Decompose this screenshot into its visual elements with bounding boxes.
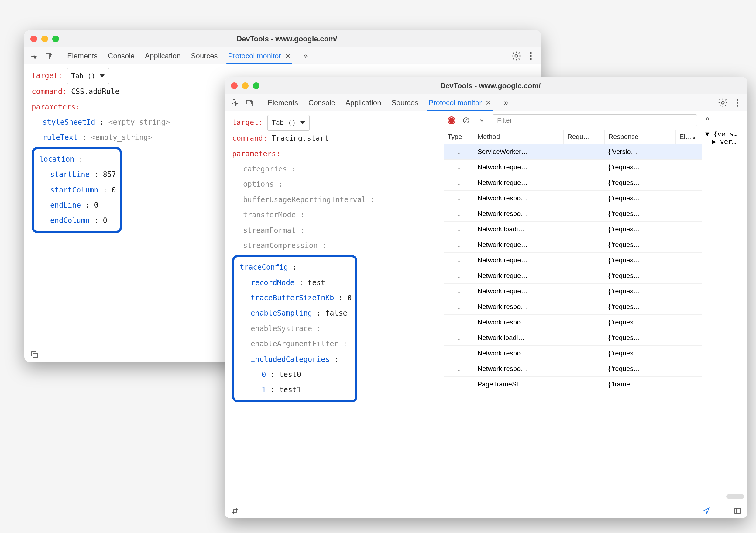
param-name[interactable]: recordMode	[251, 278, 295, 287]
param-value[interactable]: <empty_string>	[91, 133, 152, 142]
clear-icon[interactable]	[461, 115, 471, 126]
tab-console[interactable]: Console	[308, 95, 336, 111]
download-icon[interactable]	[477, 115, 487, 126]
highlight-header[interactable]: location	[39, 155, 74, 164]
table-row[interactable]: ↓Network.respo…{"reques…	[444, 315, 702, 330]
param-name[interactable]: endLine	[50, 201, 81, 210]
table-row[interactable]: ↓Network.reque…{"reques…	[444, 175, 702, 191]
param-value[interactable]: 0	[94, 201, 98, 210]
array-index[interactable]: 1	[262, 385, 266, 394]
inspect-icon[interactable]	[230, 98, 240, 108]
table-row[interactable]: ↓Network.reque…{"reques…	[444, 253, 702, 268]
param-value[interactable]: false	[325, 309, 347, 318]
cell-elapsed	[675, 206, 702, 222]
tab-sources[interactable]: Sources	[191, 48, 219, 64]
command-value[interactable]: Tracing.start	[272, 134, 329, 143]
device-toolbar-icon[interactable]	[44, 51, 54, 61]
tab-protocol-monitor[interactable]: Protocol monitor ✕	[228, 48, 291, 64]
param-name[interactable]: enableArgumentFilter	[251, 340, 338, 348]
param-name[interactable]: startColumn	[50, 186, 98, 194]
target-select[interactable]: Tab ()	[267, 115, 310, 131]
record-icon[interactable]	[447, 117, 455, 125]
param-name[interactable]: enableSampling	[251, 309, 312, 318]
tab-elements[interactable]: Elements	[67, 48, 98, 64]
table-row[interactable]: ↓Network.respo…{"reques…	[444, 361, 702, 377]
param-name[interactable]: includedCategories	[251, 355, 330, 364]
param-name[interactable]: styleSheetId	[42, 118, 95, 126]
table-row[interactable]: ↓Network.loadi…{"reques…	[444, 330, 702, 346]
param-value[interactable]: 0	[103, 216, 107, 225]
tab-protocol-monitor[interactable]: Protocol monitor ✕	[428, 95, 492, 111]
more-tabs-icon[interactable]: »	[705, 114, 710, 123]
table-row[interactable]: ↓Network.reque…{"reques…	[444, 160, 702, 175]
send-icon[interactable]	[701, 506, 711, 516]
param-name[interactable]: bufferUsageReportingInterval	[243, 195, 366, 204]
array-value[interactable]: test1	[279, 385, 301, 394]
more-tabs-icon[interactable]: »	[504, 98, 508, 107]
table-row[interactable]: ↓Page.frameSt…{"frameI…	[444, 377, 702, 392]
param-name[interactable]: traceBufferSizeInKb	[251, 294, 334, 302]
toggle-sidebar-icon[interactable]	[732, 506, 742, 516]
filter-input[interactable]	[493, 114, 697, 126]
drawer-icon[interactable]	[230, 506, 240, 516]
table-row[interactable]: ↓Network.respo…{"reques…	[444, 346, 702, 361]
highlight-header[interactable]: traceConfig	[240, 263, 288, 271]
param-name[interactable]: options	[243, 180, 274, 188]
param-value[interactable]: 857	[103, 170, 116, 179]
more-tabs-icon[interactable]: »	[303, 51, 308, 61]
col-request[interactable]: Requ…	[564, 130, 605, 144]
tree-node[interactable]: ▼ {vers…	[705, 130, 744, 138]
param-name[interactable]: streamFormat	[243, 226, 296, 235]
close-tab-icon[interactable]: ✕	[285, 52, 290, 60]
param-name[interactable]: endColumn	[50, 216, 90, 225]
param-value[interactable]: <empty_string>	[108, 118, 170, 126]
kebab-menu-icon[interactable]	[526, 51, 536, 61]
table-row[interactable]: ↓Network.reque…{"reques…	[444, 268, 702, 284]
array-value[interactable]: test0	[279, 370, 301, 379]
param-name[interactable]: ruleText	[42, 133, 78, 142]
minimize-window-icon[interactable]	[242, 82, 249, 89]
device-toolbar-icon[interactable]	[244, 98, 255, 108]
scrollbar-horizontal[interactable]	[726, 494, 744, 499]
col-method[interactable]: Method	[474, 130, 563, 144]
close-window-icon[interactable]	[231, 82, 238, 89]
param-value[interactable]: 0	[347, 294, 352, 302]
tab-sources[interactable]: Sources	[391, 95, 419, 111]
tab-application[interactable]: Application	[345, 95, 382, 111]
tab-console[interactable]: Console	[107, 48, 135, 64]
col-elapsed[interactable]: El…▲	[675, 130, 702, 144]
inspect-icon[interactable]	[29, 51, 40, 61]
param-name[interactable]: transferMode	[243, 211, 296, 219]
param-name[interactable]: categories	[243, 165, 287, 173]
col-response[interactable]: Response	[605, 130, 676, 144]
cell-method: Network.respo…	[474, 191, 563, 206]
zoom-window-icon[interactable]	[253, 82, 259, 89]
zoom-window-icon[interactable]	[52, 36, 59, 42]
table-row[interactable]: ↓Network.reque…{"reques…	[444, 284, 702, 299]
tree-node[interactable]: ▶ ver…	[705, 138, 744, 145]
close-window-icon[interactable]	[30, 36, 37, 42]
close-tab-icon[interactable]: ✕	[486, 99, 491, 107]
minimize-window-icon[interactable]	[41, 36, 48, 42]
tab-application[interactable]: Application	[144, 48, 181, 64]
param-name[interactable]: enableSystrace	[251, 324, 312, 333]
param-value[interactable]: test	[308, 278, 325, 287]
settings-icon[interactable]	[718, 98, 728, 108]
param-name[interactable]: startLine	[50, 170, 90, 179]
command-value[interactable]: CSS.addRule	[71, 87, 120, 96]
col-type[interactable]: Type	[444, 130, 474, 144]
target-select[interactable]: Tab ()	[67, 68, 109, 84]
settings-icon[interactable]	[511, 51, 522, 61]
table-row[interactable]: ↓Network.reque…{"reques…	[444, 237, 702, 253]
param-value[interactable]: 0	[112, 186, 116, 194]
table-row[interactable]: ↓ServiceWorker…{"versio…	[444, 144, 702, 160]
param-name[interactable]: streamCompression	[243, 241, 318, 250]
array-index[interactable]: 0	[262, 370, 266, 379]
kebab-menu-icon[interactable]	[732, 98, 742, 108]
tab-elements[interactable]: Elements	[267, 95, 299, 111]
table-row[interactable]: ↓Network.respo…{"reques…	[444, 206, 702, 222]
table-row[interactable]: ↓Network.respo…{"reques…	[444, 191, 702, 206]
table-row[interactable]: ↓Network.loadi…{"reques…	[444, 222, 702, 237]
drawer-icon[interactable]	[29, 350, 40, 360]
table-row[interactable]: ↓Network.respo…{"reques…	[444, 299, 702, 315]
